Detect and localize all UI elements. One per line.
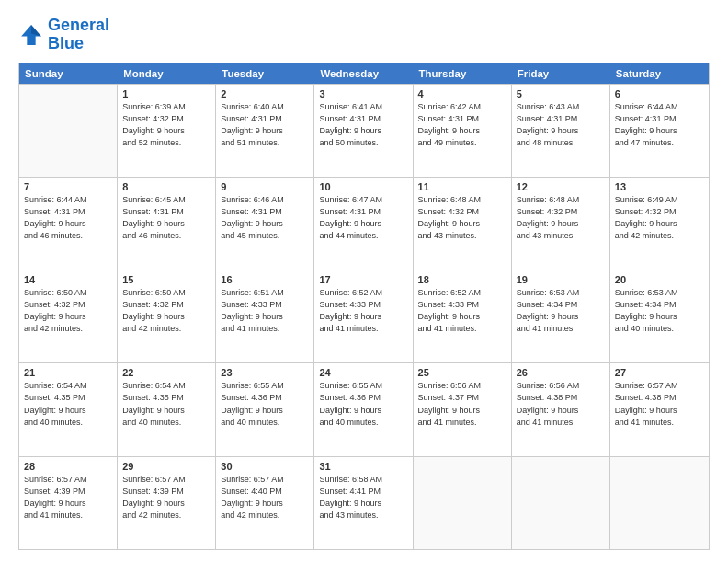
day-number: 5 <box>517 88 605 99</box>
weekday-header: Wednesday <box>314 63 413 84</box>
day-number: 15 <box>122 274 210 285</box>
day-number: 26 <box>517 367 605 378</box>
calendar-cell: 15Sunrise: 6:50 AM Sunset: 4:32 PM Dayli… <box>118 270 216 362</box>
day-info: Sunrise: 6:45 AM Sunset: 4:31 PM Dayligh… <box>122 194 210 242</box>
calendar-cell: 25Sunrise: 6:56 AM Sunset: 4:37 PM Dayli… <box>414 363 512 455</box>
day-number: 28 <box>24 461 112 472</box>
calendar-cell: 8Sunrise: 6:45 AM Sunset: 4:31 PM Daylig… <box>118 178 216 270</box>
day-number: 29 <box>122 461 210 472</box>
calendar-cell: 2Sunrise: 6:40 AM Sunset: 4:31 PM Daylig… <box>216 85 314 177</box>
calendar-cell: 20Sunrise: 6:53 AM Sunset: 4:34 PM Dayli… <box>610 270 709 362</box>
day-info: Sunrise: 6:41 AM Sunset: 4:31 PM Dayligh… <box>319 101 407 149</box>
calendar-cell: 26Sunrise: 6:56 AM Sunset: 4:38 PM Dayli… <box>512 363 610 455</box>
page: General Blue SundayMondayTuesdayWednesda… <box>0 0 728 563</box>
day-number: 16 <box>221 274 309 285</box>
calendar: SundayMondayTuesdayWednesdayThursdayFrid… <box>18 63 710 550</box>
calendar-cell: 17Sunrise: 6:52 AM Sunset: 4:33 PM Dayli… <box>314 270 413 362</box>
calendar-body: 1Sunrise: 6:39 AM Sunset: 4:32 PM Daylig… <box>19 84 709 549</box>
day-number: 11 <box>418 181 506 192</box>
day-info: Sunrise: 6:51 AM Sunset: 4:33 PM Dayligh… <box>221 287 309 335</box>
logo: General Blue <box>18 17 109 53</box>
weekday-header: Thursday <box>414 63 512 84</box>
day-number: 18 <box>418 274 506 285</box>
day-number: 24 <box>319 367 407 378</box>
day-number: 12 <box>517 181 605 192</box>
day-info: Sunrise: 6:53 AM Sunset: 4:34 PM Dayligh… <box>615 287 704 335</box>
calendar-cell: 24Sunrise: 6:55 AM Sunset: 4:36 PM Dayli… <box>314 363 413 455</box>
calendar-cell: 3Sunrise: 6:41 AM Sunset: 4:31 PM Daylig… <box>314 85 413 177</box>
day-number: 13 <box>615 181 704 192</box>
day-number: 25 <box>418 367 506 378</box>
day-number: 6 <box>615 88 704 99</box>
day-number: 1 <box>122 88 210 99</box>
day-info: Sunrise: 6:55 AM Sunset: 4:36 PM Dayligh… <box>221 380 309 428</box>
day-info: Sunrise: 6:40 AM Sunset: 4:31 PM Dayligh… <box>221 101 309 149</box>
day-info: Sunrise: 6:52 AM Sunset: 4:33 PM Dayligh… <box>418 287 506 335</box>
day-number: 3 <box>319 88 407 99</box>
day-info: Sunrise: 6:53 AM Sunset: 4:34 PM Dayligh… <box>517 287 605 335</box>
day-info: Sunrise: 6:58 AM Sunset: 4:41 PM Dayligh… <box>319 474 407 522</box>
day-number: 10 <box>319 181 407 192</box>
calendar-cell: 28Sunrise: 6:57 AM Sunset: 4:39 PM Dayli… <box>19 457 118 549</box>
calendar-cell: 5Sunrise: 6:43 AM Sunset: 4:31 PM Daylig… <box>512 85 610 177</box>
logo-text: General Blue <box>48 17 109 53</box>
calendar-week: 1Sunrise: 6:39 AM Sunset: 4:32 PM Daylig… <box>19 84 709 177</box>
day-info: Sunrise: 6:42 AM Sunset: 4:31 PM Dayligh… <box>418 101 506 149</box>
day-info: Sunrise: 6:46 AM Sunset: 4:31 PM Dayligh… <box>221 194 309 242</box>
day-info: Sunrise: 6:43 AM Sunset: 4:31 PM Dayligh… <box>517 101 605 149</box>
calendar-cell: 11Sunrise: 6:48 AM Sunset: 4:32 PM Dayli… <box>414 178 512 270</box>
day-info: Sunrise: 6:56 AM Sunset: 4:37 PM Dayligh… <box>418 380 506 428</box>
day-number: 27 <box>615 367 704 378</box>
day-info: Sunrise: 6:44 AM Sunset: 4:31 PM Dayligh… <box>615 101 704 149</box>
day-number: 31 <box>319 461 407 472</box>
day-number: 14 <box>24 274 112 285</box>
weekday-header: Tuesday <box>216 63 314 84</box>
header: General Blue <box>18 17 710 53</box>
calendar-cell: 1Sunrise: 6:39 AM Sunset: 4:32 PM Daylig… <box>118 85 216 177</box>
calendar-cell <box>414 457 512 549</box>
day-info: Sunrise: 6:50 AM Sunset: 4:32 PM Dayligh… <box>24 287 112 335</box>
calendar-cell: 12Sunrise: 6:48 AM Sunset: 4:32 PM Dayli… <box>512 178 610 270</box>
day-info: Sunrise: 6:57 AM Sunset: 4:40 PM Dayligh… <box>221 474 309 522</box>
day-info: Sunrise: 6:54 AM Sunset: 4:35 PM Dayligh… <box>24 380 112 428</box>
calendar-cell: 10Sunrise: 6:47 AM Sunset: 4:31 PM Dayli… <box>314 178 413 270</box>
calendar-cell: 27Sunrise: 6:57 AM Sunset: 4:38 PM Dayli… <box>610 363 709 455</box>
day-info: Sunrise: 6:44 AM Sunset: 4:31 PM Dayligh… <box>24 194 112 242</box>
day-number: 22 <box>122 367 210 378</box>
calendar-cell: 22Sunrise: 6:54 AM Sunset: 4:35 PM Dayli… <box>118 363 216 455</box>
weekday-header: Friday <box>512 63 610 84</box>
day-info: Sunrise: 6:55 AM Sunset: 4:36 PM Dayligh… <box>319 380 407 428</box>
day-number: 23 <box>221 367 309 378</box>
day-number: 8 <box>122 181 210 192</box>
calendar-week: 14Sunrise: 6:50 AM Sunset: 4:32 PM Dayli… <box>19 270 709 362</box>
day-info: Sunrise: 6:49 AM Sunset: 4:32 PM Dayligh… <box>615 194 704 242</box>
calendar-header: SundayMondayTuesdayWednesdayThursdayFrid… <box>19 63 709 84</box>
calendar-cell: 16Sunrise: 6:51 AM Sunset: 4:33 PM Dayli… <box>216 270 314 362</box>
day-info: Sunrise: 6:54 AM Sunset: 4:35 PM Dayligh… <box>122 380 210 428</box>
day-info: Sunrise: 6:39 AM Sunset: 4:32 PM Dayligh… <box>122 101 210 149</box>
day-info: Sunrise: 6:57 AM Sunset: 4:39 PM Dayligh… <box>122 474 210 522</box>
weekday-header: Sunday <box>19 63 118 84</box>
day-info: Sunrise: 6:56 AM Sunset: 4:38 PM Dayligh… <box>517 380 605 428</box>
calendar-cell <box>19 85 118 177</box>
day-info: Sunrise: 6:57 AM Sunset: 4:38 PM Dayligh… <box>615 380 704 428</box>
calendar-week: 7Sunrise: 6:44 AM Sunset: 4:31 PM Daylig… <box>19 177 709 270</box>
calendar-cell: 14Sunrise: 6:50 AM Sunset: 4:32 PM Dayli… <box>19 270 118 362</box>
calendar-cell: 9Sunrise: 6:46 AM Sunset: 4:31 PM Daylig… <box>216 178 314 270</box>
day-info: Sunrise: 6:57 AM Sunset: 4:39 PM Dayligh… <box>24 474 112 522</box>
calendar-cell: 29Sunrise: 6:57 AM Sunset: 4:39 PM Dayli… <box>118 457 216 549</box>
day-info: Sunrise: 6:47 AM Sunset: 4:31 PM Dayligh… <box>319 194 407 242</box>
calendar-cell: 18Sunrise: 6:52 AM Sunset: 4:33 PM Dayli… <box>414 270 512 362</box>
calendar-cell: 7Sunrise: 6:44 AM Sunset: 4:31 PM Daylig… <box>19 178 118 270</box>
weekday-header: Saturday <box>610 63 709 84</box>
calendar-cell: 13Sunrise: 6:49 AM Sunset: 4:32 PM Dayli… <box>610 178 709 270</box>
calendar-cell <box>512 457 610 549</box>
calendar-cell: 4Sunrise: 6:42 AM Sunset: 4:31 PM Daylig… <box>414 85 512 177</box>
calendar-cell: 19Sunrise: 6:53 AM Sunset: 4:34 PM Dayli… <box>512 270 610 362</box>
day-number: 4 <box>418 88 506 99</box>
calendar-cell <box>610 457 709 549</box>
calendar-cell: 31Sunrise: 6:58 AM Sunset: 4:41 PM Dayli… <box>314 457 413 549</box>
day-number: 19 <box>517 274 605 285</box>
logo-icon <box>18 22 44 48</box>
calendar-cell: 6Sunrise: 6:44 AM Sunset: 4:31 PM Daylig… <box>610 85 709 177</box>
